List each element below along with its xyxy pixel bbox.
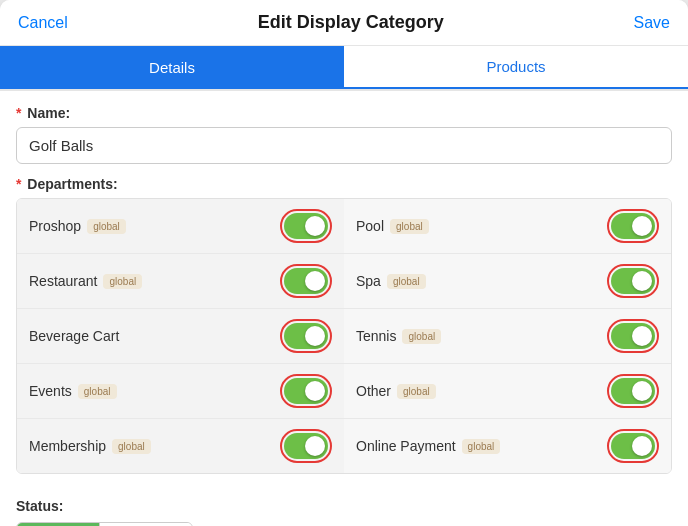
dept-row-other: Other global — [344, 364, 671, 419]
dept-name-pool: Pool — [356, 218, 384, 234]
toggle-wrapper-pool[interactable] — [607, 209, 659, 243]
dept-name-beverage-cart: Beverage Cart — [29, 328, 119, 344]
toggle-wrapper-online-payment[interactable] — [607, 429, 659, 463]
dept-badge-tennis: global — [402, 329, 441, 344]
toggle-spa[interactable] — [611, 268, 655, 294]
dept-row-pool: Pool global — [344, 199, 671, 254]
page-title: Edit Display Category — [258, 12, 444, 33]
toggle-wrapper-events[interactable] — [280, 374, 332, 408]
status-section: Status: Active Inactive — [16, 488, 672, 526]
tab-products[interactable]: Products — [344, 46, 688, 89]
toggle-events[interactable] — [284, 378, 328, 404]
modal-container: Cancel Edit Display Category Save Detail… — [0, 0, 688, 526]
dept-badge-other: global — [397, 384, 436, 399]
dept-badge-events: global — [78, 384, 117, 399]
toggle-wrapper-restaurant[interactable] — [280, 264, 332, 298]
dept-badge-spa: global — [387, 274, 426, 289]
toggle-wrapper-membership[interactable] — [280, 429, 332, 463]
tabs-container: Details Products — [0, 46, 688, 91]
dept-row-restaurant: Restaurant global — [17, 254, 344, 309]
toggle-wrapper-spa[interactable] — [607, 264, 659, 298]
dept-badge-proshop: global — [87, 219, 126, 234]
toggle-tennis[interactable] — [611, 323, 655, 349]
dept-row-proshop: Proshop global — [17, 199, 344, 254]
dept-name-proshop: Proshop — [29, 218, 81, 234]
dept-name-tennis: Tennis — [356, 328, 396, 344]
dept-row-online-payment: Online Payment global — [344, 419, 671, 473]
modal-header: Cancel Edit Display Category Save — [0, 0, 688, 46]
dept-name-events: Events — [29, 383, 72, 399]
dept-row-events: Events global — [17, 364, 344, 419]
departments-grid: Proshop global Pool global Res — [16, 198, 672, 474]
toggle-beverage-cart[interactable] — [284, 323, 328, 349]
status-buttons: Active Inactive — [16, 522, 193, 526]
toggle-wrapper-tennis[interactable] — [607, 319, 659, 353]
dept-row-beverage-cart: Beverage Cart — [17, 309, 344, 364]
form-content: * Name: * Departments: Proshop global — [0, 91, 688, 526]
dept-name-spa: Spa — [356, 273, 381, 289]
dept-name-membership: Membership — [29, 438, 106, 454]
tab-details[interactable]: Details — [0, 46, 344, 89]
dept-badge-online-payment: global — [462, 439, 501, 454]
dept-name-online-payment: Online Payment — [356, 438, 456, 454]
toggle-other[interactable] — [611, 378, 655, 404]
dept-badge-restaurant: global — [103, 274, 142, 289]
toggle-pool[interactable] — [611, 213, 655, 239]
dept-name-restaurant: Restaurant — [29, 273, 97, 289]
dept-name-other: Other — [356, 383, 391, 399]
toggle-proshop[interactable] — [284, 213, 328, 239]
toggle-online-payment[interactable] — [611, 433, 655, 459]
dept-row-tennis: Tennis global — [344, 309, 671, 364]
save-button[interactable]: Save — [634, 14, 670, 32]
toggle-wrapper-proshop[interactable] — [280, 209, 332, 243]
departments-label: * Departments: — [16, 176, 672, 192]
toggle-membership[interactable] — [284, 433, 328, 459]
dept-row-membership: Membership global — [17, 419, 344, 473]
dept-badge-pool: global — [390, 219, 429, 234]
toggle-restaurant[interactable] — [284, 268, 328, 294]
status-label: Status: — [16, 498, 672, 514]
cancel-button[interactable]: Cancel — [18, 14, 68, 32]
dept-badge-membership: global — [112, 439, 151, 454]
name-input[interactable] — [16, 127, 672, 164]
required-indicator: * — [16, 105, 21, 121]
toggle-wrapper-beverage-cart[interactable] — [280, 319, 332, 353]
name-label: * Name: — [16, 105, 672, 121]
toggle-wrapper-other[interactable] — [607, 374, 659, 408]
dept-row-spa: Spa global — [344, 254, 671, 309]
